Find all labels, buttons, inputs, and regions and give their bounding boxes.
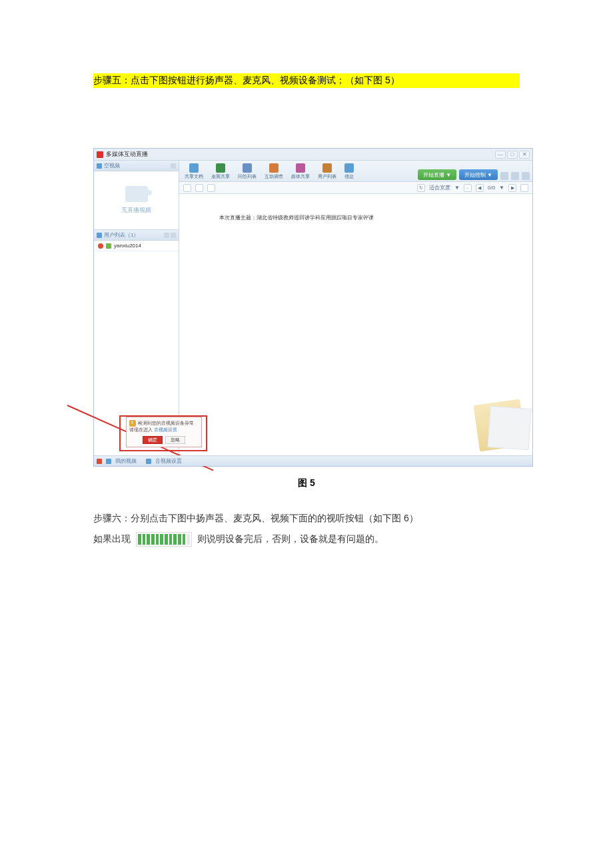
toolbar-survey[interactable]: 互动调查 (262, 163, 286, 180)
minimize-button[interactable]: — (495, 151, 506, 159)
titlebar: 多媒体互动直播 — □ ✕ (94, 149, 532, 161)
username: yanxiu2014 (114, 243, 141, 249)
start-control-button[interactable]: 开始控制▼ (459, 169, 498, 180)
fullscreen-icon[interactable] (520, 184, 528, 192)
page-dropdown-icon[interactable]: ▼ (499, 185, 504, 191)
fit-width-label[interactable]: 适合宽度 (429, 184, 450, 191)
panel-control-icon[interactable] (171, 233, 176, 238)
status-icon (98, 243, 103, 249)
userlist-icon (322, 163, 332, 173)
figure-caption: 图 5 (93, 477, 520, 489)
document-subbar: ↻ 适合宽度 ▼ - ◀ 0/0 ▼ ▶ (179, 182, 532, 194)
step5-heading: 步骤五：点击下图按钮进行扬声器、麦克风、视频设备测试；（如下图 5） (93, 73, 520, 88)
panel-control-icon[interactable] (164, 233, 169, 238)
open-file-icon[interactable] (183, 184, 191, 192)
record-icon (97, 459, 102, 464)
device-warning-popup: 检测到您的音视频设备异常 请现在进入 音视频设置 确定 忽略 (126, 417, 202, 447)
close-button[interactable]: ✕ (519, 151, 530, 159)
av-settings-tab[interactable]: 音视频设置 (155, 457, 182, 465)
nav-refresh-icon[interactable]: ↻ (417, 184, 425, 192)
popup-line1: 检测到您的音视频设备异常 (129, 420, 199, 427)
settings-icon[interactable] (522, 172, 530, 180)
toolbar-info[interactable]: 信息 (342, 163, 356, 180)
users-icon (97, 233, 102, 238)
next-page-button[interactable]: ▶ (508, 184, 516, 192)
my-video-tab[interactable]: 我的视频 (115, 457, 137, 465)
doc-icon (189, 163, 199, 173)
userlist-title: 用户列表（1） (104, 231, 139, 239)
toolbar-share-doc[interactable]: 共享文档 (182, 163, 206, 180)
video-panel-header: 空视频 (94, 161, 179, 171)
page-indicator: 0/0 (488, 185, 495, 191)
vu-meter-icon (136, 532, 192, 547)
prev-page-button[interactable]: ◀ (476, 184, 484, 192)
step6-paragraph: 步骤六：分别点击下图中扬声器、麦克风、视频下面的的视听按钮（如下图 6） 如果出… (93, 508, 520, 549)
step5-text: 步骤五：点击下图按钮进行扬声器、麦克风、视频设备测试；（如下图 5） (93, 75, 400, 85)
video-placeholder: 无直播视频 (94, 171, 179, 230)
refresh-icon[interactable] (500, 172, 508, 180)
desktop-icon (216, 163, 225, 173)
info-icon (344, 163, 354, 173)
user-list-item[interactable]: yanxiu2014 (94, 241, 179, 251)
start-broadcast-button[interactable]: 开始直播▼ (418, 169, 456, 180)
camera-icon (97, 163, 102, 169)
user-icon (106, 243, 111, 249)
content-area: 本次直播主题：湖北省特级教师巡回讲学科应用跟踪项目专家评课 (179, 194, 532, 458)
main-toolbar: 共享文档 桌面共享 问答列表 互动调查 媒体共享 用户列表 信息 开始直播▼ 开… (179, 161, 532, 182)
app-logo-icon (97, 151, 103, 158)
survey-icon (269, 163, 279, 173)
warning-icon (129, 420, 136, 427)
video-panel-title: 空视频 (104, 162, 120, 169)
settings-tab-icon (146, 459, 151, 464)
document-illustration-icon (473, 399, 526, 451)
popup-ok-button[interactable]: 确定 (143, 436, 163, 444)
qa-icon (243, 163, 252, 173)
panel-control-icon[interactable] (171, 163, 176, 169)
no-video-text: 无直播视频 (121, 206, 151, 215)
media-icon (296, 163, 305, 173)
dropdown-arrow-icon[interactable]: ▼ (454, 185, 460, 191)
camera-placeholder-icon (125, 186, 148, 202)
toolbar-qa-list[interactable]: 问答列表 (235, 163, 259, 180)
left-sidebar: 空视频 无直播视频 用户列表（1） yanxiu2014 (94, 161, 179, 458)
broadcast-topic: 本次直播主题：湖北省特级教师巡回讲学科应用跟踪项目专家评课 (219, 215, 374, 221)
toolbar-share-desktop[interactable]: 桌面共享 (209, 163, 233, 180)
print-icon[interactable] (207, 184, 215, 192)
toolbar-media-share[interactable]: 媒体共享 (289, 163, 312, 180)
av-settings-link[interactable]: 音视频设置 (154, 427, 177, 432)
window-title: 多媒体互动直播 (106, 150, 148, 159)
video-tab-icon (106, 459, 111, 464)
app-window: 多媒体互动直播 — □ ✕ 空视频 无直播视频 (93, 148, 533, 467)
toolbar-userlist[interactable]: 用户列表 (315, 163, 339, 180)
userlist-panel-header: 用户列表（1） (94, 230, 179, 241)
popup-line2-prefix: 请现在进入 (129, 427, 154, 432)
display-icon[interactable] (511, 172, 519, 180)
maximize-button[interactable]: □ (507, 151, 518, 159)
save-icon[interactable] (195, 184, 203, 192)
step6-prefix: 如果出现 (93, 533, 131, 544)
step6-suffix: 则说明设备完后，否则，设备就是有问题的。 (197, 533, 384, 544)
bottom-bar: 我的视频 音视频设置 (94, 455, 532, 466)
step6-line1: 步骤六：分别点击下图中扬声器、麦克风、视频下面的的视听按钮（如下图 6） (93, 508, 520, 529)
popup-ignore-button[interactable]: 忽略 (165, 436, 185, 444)
zoom-out-button[interactable]: - (464, 184, 472, 192)
